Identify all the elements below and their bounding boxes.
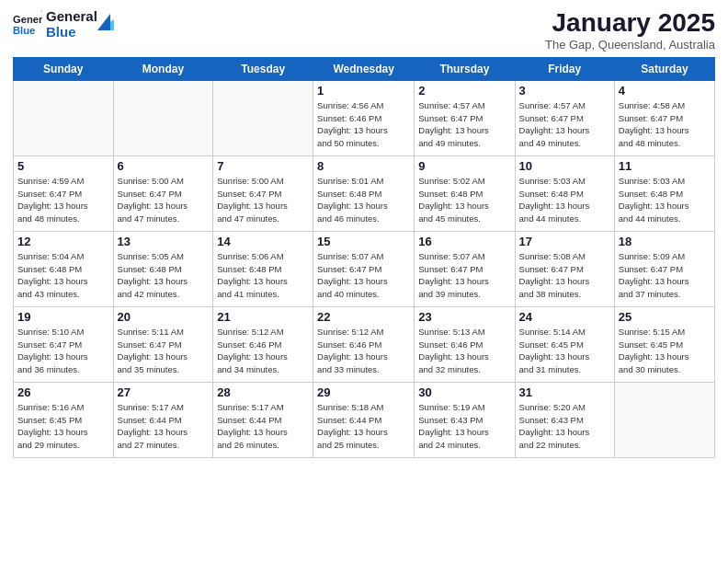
table-row: 7Sunrise: 5:00 AMSunset: 6:47 PMDaylight…	[213, 155, 313, 231]
svg-text:General: General	[13, 14, 42, 25]
day-number: 19	[17, 310, 109, 324]
day-number: 31	[519, 385, 610, 399]
calendar-header-row: Sunday Monday Tuesday Wednesday Thursday…	[14, 57, 715, 80]
day-info: Sunrise: 5:14 AMSunset: 6:45 PMDaylight:…	[519, 326, 610, 376]
table-row	[213, 80, 313, 155]
day-info: Sunrise: 5:03 AMSunset: 6:48 PMDaylight:…	[519, 175, 610, 225]
day-number: 1	[317, 84, 410, 98]
calendar-week-row: 12Sunrise: 5:04 AMSunset: 6:48 PMDayligh…	[14, 231, 715, 306]
day-info: Sunrise: 4:56 AMSunset: 6:46 PMDaylight:…	[317, 99, 410, 150]
table-row: 9Sunrise: 5:02 AMSunset: 6:48 PMDaylight…	[415, 155, 515, 231]
day-number: 17	[519, 235, 610, 248]
table-row: 1Sunrise: 4:56 AMSunset: 6:46 PMDaylight…	[313, 80, 415, 155]
day-number: 3	[519, 84, 610, 98]
col-monday: Monday	[113, 57, 213, 80]
calendar-week-row: 19Sunrise: 5:10 AMSunset: 6:47 PMDayligh…	[14, 306, 715, 382]
col-thursday: Thursday	[415, 57, 515, 80]
table-row: 6Sunrise: 5:00 AMSunset: 6:47 PMDaylight…	[113, 155, 213, 231]
day-info: Sunrise: 4:59 AMSunset: 6:47 PMDaylight:…	[17, 175, 109, 225]
table-row: 18Sunrise: 5:09 AMSunset: 6:47 PMDayligh…	[614, 231, 714, 306]
day-info: Sunrise: 5:12 AMSunset: 6:46 PMDaylight:…	[317, 326, 410, 376]
calendar-week-row: 26Sunrise: 5:16 AMSunset: 6:45 PMDayligh…	[14, 382, 715, 457]
svg-marker-4	[97, 14, 110, 30]
day-info: Sunrise: 4:58 AMSunset: 6:47 PMDaylight:…	[619, 99, 711, 150]
table-row: 30Sunrise: 5:19 AMSunset: 6:43 PMDayligh…	[415, 382, 515, 457]
table-row: 29Sunrise: 5:18 AMSunset: 6:44 PMDayligh…	[313, 382, 415, 457]
day-number: 5	[17, 159, 109, 173]
table-row: 2Sunrise: 4:57 AMSunset: 6:47 PMDaylight…	[415, 80, 515, 155]
day-number: 14	[217, 235, 309, 248]
table-row: 11Sunrise: 5:03 AMSunset: 6:48 PMDayligh…	[614, 155, 714, 231]
logo-icon: General Blue	[13, 10, 42, 40]
day-info: Sunrise: 5:06 AMSunset: 6:48 PMDaylight:…	[217, 250, 309, 301]
calendar-week-row: 5Sunrise: 4:59 AMSunset: 6:47 PMDaylight…	[14, 155, 715, 231]
table-row: 17Sunrise: 5:08 AMSunset: 6:47 PMDayligh…	[515, 231, 614, 306]
calendar-table: Sunday Monday Tuesday Wednesday Thursday…	[13, 57, 715, 458]
day-info: Sunrise: 5:05 AMSunset: 6:48 PMDaylight:…	[118, 250, 210, 301]
day-info: Sunrise: 5:12 AMSunset: 6:46 PMDaylight:…	[217, 326, 309, 376]
day-info: Sunrise: 4:57 AMSunset: 6:47 PMDaylight:…	[519, 99, 610, 150]
table-row: 23Sunrise: 5:13 AMSunset: 6:46 PMDayligh…	[415, 306, 515, 382]
day-number: 20	[118, 310, 210, 324]
day-number: 24	[519, 310, 610, 324]
day-info: Sunrise: 5:15 AMSunset: 6:45 PMDaylight:…	[619, 326, 711, 376]
day-number: 26	[17, 385, 109, 399]
day-number: 27	[118, 385, 210, 399]
table-row: 20Sunrise: 5:11 AMSunset: 6:47 PMDayligh…	[113, 306, 213, 382]
col-sunday: Sunday	[14, 57, 114, 80]
day-number: 4	[619, 84, 711, 98]
day-info: Sunrise: 5:08 AMSunset: 6:47 PMDaylight:…	[519, 250, 610, 301]
day-number: 18	[619, 235, 711, 248]
day-info: Sunrise: 5:17 AMSunset: 6:44 PMDaylight:…	[217, 401, 309, 452]
day-info: Sunrise: 5:16 AMSunset: 6:45 PMDaylight:…	[17, 401, 109, 452]
table-row: 25Sunrise: 5:15 AMSunset: 6:45 PMDayligh…	[614, 306, 714, 382]
day-info: Sunrise: 5:01 AMSunset: 6:48 PMDaylight:…	[317, 175, 410, 225]
table-row: 28Sunrise: 5:17 AMSunset: 6:44 PMDayligh…	[213, 382, 313, 457]
table-row: 21Sunrise: 5:12 AMSunset: 6:46 PMDayligh…	[213, 306, 313, 382]
day-number: 6	[118, 159, 210, 173]
day-info: Sunrise: 5:00 AMSunset: 6:47 PMDaylight:…	[118, 175, 210, 225]
day-number: 21	[217, 310, 309, 324]
table-row: 22Sunrise: 5:12 AMSunset: 6:46 PMDayligh…	[313, 306, 415, 382]
day-info: Sunrise: 5:19 AMSunset: 6:43 PMDaylight:…	[418, 401, 510, 452]
day-number: 11	[619, 159, 711, 173]
table-row: 3Sunrise: 4:57 AMSunset: 6:47 PMDaylight…	[515, 80, 614, 155]
day-number: 2	[418, 84, 510, 98]
day-number: 30	[418, 385, 510, 399]
day-info: Sunrise: 5:17 AMSunset: 6:44 PMDaylight:…	[118, 401, 210, 452]
header: General Blue General Blue January 2025 T…	[13, 9, 715, 52]
table-row: 24Sunrise: 5:14 AMSunset: 6:45 PMDayligh…	[515, 306, 614, 382]
table-row: 19Sunrise: 5:10 AMSunset: 6:47 PMDayligh…	[14, 306, 114, 382]
day-info: Sunrise: 5:02 AMSunset: 6:48 PMDaylight:…	[418, 175, 510, 225]
day-info: Sunrise: 4:57 AMSunset: 6:47 PMDaylight:…	[418, 99, 510, 150]
day-number: 12	[17, 235, 109, 248]
logo-line2: Blue	[46, 25, 97, 40]
day-number: 9	[418, 159, 510, 173]
day-info: Sunrise: 5:18 AMSunset: 6:44 PMDaylight:…	[317, 401, 410, 452]
table-row: 8Sunrise: 5:01 AMSunset: 6:48 PMDaylight…	[313, 155, 415, 231]
day-info: Sunrise: 5:13 AMSunset: 6:46 PMDaylight:…	[418, 326, 510, 376]
table-row	[614, 382, 714, 457]
table-row: 4Sunrise: 4:58 AMSunset: 6:47 PMDaylight…	[614, 80, 714, 155]
table-row: 14Sunrise: 5:06 AMSunset: 6:48 PMDayligh…	[213, 231, 313, 306]
day-info: Sunrise: 5:07 AMSunset: 6:47 PMDaylight:…	[317, 250, 410, 301]
logo: General Blue General Blue	[13, 9, 114, 40]
table-row: 16Sunrise: 5:07 AMSunset: 6:47 PMDayligh…	[415, 231, 515, 306]
day-number: 7	[217, 159, 309, 173]
day-info: Sunrise: 5:04 AMSunset: 6:48 PMDaylight:…	[17, 250, 109, 301]
day-info: Sunrise: 5:10 AMSunset: 6:47 PMDaylight:…	[17, 326, 109, 376]
table-row: 27Sunrise: 5:17 AMSunset: 6:44 PMDayligh…	[113, 382, 213, 457]
day-number: 25	[619, 310, 711, 324]
day-info: Sunrise: 5:00 AMSunset: 6:47 PMDaylight:…	[217, 175, 309, 225]
calendar-week-row: 1Sunrise: 4:56 AMSunset: 6:46 PMDaylight…	[14, 80, 715, 155]
month-title: January 2025	[545, 9, 715, 38]
day-number: 23	[418, 310, 510, 324]
col-tuesday: Tuesday	[213, 57, 313, 80]
title-block: January 2025 The Gap, Queensland, Austra…	[545, 9, 715, 52]
col-wednesday: Wednesday	[313, 57, 415, 80]
day-number: 8	[317, 159, 410, 173]
table-row: 13Sunrise: 5:05 AMSunset: 6:48 PMDayligh…	[113, 231, 213, 306]
day-info: Sunrise: 5:09 AMSunset: 6:47 PMDaylight:…	[619, 250, 711, 301]
page-container: General Blue General Blue January 2025 T…	[0, 0, 728, 467]
table-row: 5Sunrise: 4:59 AMSunset: 6:47 PMDaylight…	[14, 155, 114, 231]
